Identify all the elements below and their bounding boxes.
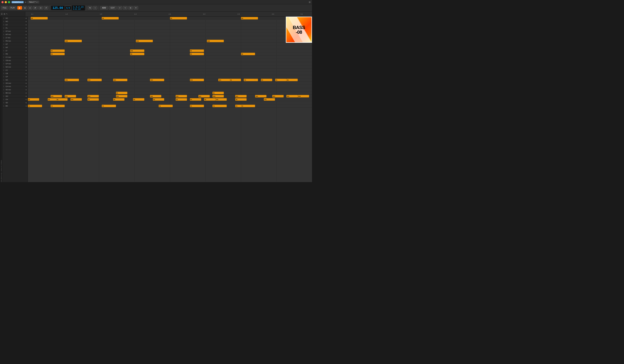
maximize-button[interactable] [8, 1, 10, 3]
clip-block[interactable]: G#2 [207, 40, 224, 42]
track-row[interactable]: 1SD◀ [2, 101, 28, 104]
active-tab[interactable]: New 2 * × [27, 1, 39, 3]
clip-block[interactable]: E1 [212, 92, 224, 94]
content-row-cb-acc[interactable] [28, 59, 312, 62]
list-icon[interactable]: ☰ [1, 13, 3, 15]
clip-block[interactable]: D#1 [235, 95, 247, 97]
clip-block[interactable]: C1 [159, 105, 173, 107]
content-row-lt[interactable]: F2 F#2 F2 [28, 49, 312, 52]
clip-block[interactable]: G1 [275, 79, 286, 81]
clip-block[interactable]: D1 [56, 98, 68, 101]
clip-block[interactable]: D1 [176, 98, 187, 101]
clip-block[interactable]: D#1 [212, 95, 224, 97]
track-row[interactable]: 1CP◀ [2, 75, 28, 78]
track-row[interactable]: 1CB Acc◀ [2, 59, 28, 62]
content-row-mt-acc[interactable] [28, 33, 312, 36]
clip-block[interactable]: E2 [190, 53, 204, 55]
redo-button[interactable]: ↪ [123, 6, 128, 10]
content-row-rs[interactable]: E2 E2 E2 E2 [28, 52, 312, 56]
clip-block[interactable]: D1 [190, 98, 201, 101]
clip-block[interactable]: D#1 [150, 95, 161, 97]
content-row-oh-acc[interactable] [28, 82, 312, 85]
clip-block[interactable]: G#1 [190, 79, 204, 81]
clip-block[interactable]: G1 [286, 79, 298, 81]
clip-block[interactable]: D1 [87, 98, 99, 101]
content-row-cy[interactable] [28, 68, 312, 72]
content-row-oh[interactable]: D#1 D#1 D#1 D#1 D#1 D#1 D#1 D#1 D#1 D#1 … [28, 94, 312, 98]
timeline-ruler[interactable]: 1.1 1.2 1.3 1.4 2.1 2.2 2.3 2.4 3.1 [25, 12, 312, 16]
content-row-bd[interactable]: C1 C1 C1 C1 C1 C1 C1 C1 [28, 104, 312, 108]
cursor-icon[interactable]: ↖ [6, 13, 8, 15]
clip-block[interactable]: G#1 [113, 79, 127, 81]
clip-block[interactable]: G1 [261, 79, 272, 81]
clip-block[interactable]: D#1 [198, 95, 210, 97]
track-row[interactable]: 1CL◀ [2, 26, 28, 30]
track-row[interactable]: 1CH Acc◀ [2, 85, 28, 88]
loop-button[interactable]: ⇄ [33, 6, 38, 10]
content-row-cb[interactable] [28, 72, 312, 75]
clip-block[interactable]: D#1 [116, 95, 127, 97]
clip-block[interactable]: G#1 [65, 79, 79, 81]
add-button[interactable]: ADD [100, 6, 108, 10]
content-row-ht-acc[interactable] [28, 30, 312, 33]
play-label-button[interactable]: PLAY [9, 6, 17, 10]
file-button[interactable]: FILE [1, 6, 8, 10]
track-row[interactable]: 1CP Acc◀ [2, 62, 28, 65]
clip-block[interactable]: D3 [170, 17, 187, 20]
punch-button[interactable]: ⊡ [38, 6, 43, 10]
clip-block[interactable]: D3 [241, 17, 258, 20]
track-row[interactable]: 1HC◀ [2, 17, 28, 20]
track-row[interactable]: 1BD◀ [2, 104, 28, 108]
content-row-mt[interactable] [28, 46, 312, 49]
track-row[interactable]: 1OH◀ [2, 94, 28, 98]
track-row[interactable]: 1MA◀ [2, 78, 28, 82]
undo-button[interactable]: ↩ [117, 6, 122, 10]
track-row[interactable]: 1LT Acc◀ [2, 36, 28, 39]
track-row[interactable]: 1LC◀ [2, 23, 28, 26]
clip-block[interactable]: E2 [241, 53, 255, 55]
clip-block[interactable]: C1 [212, 105, 227, 107]
clip-block[interactable]: G#2 [136, 40, 153, 42]
clip-block[interactable]: C1 [28, 105, 42, 107]
clip-block[interactable]: F2 [190, 49, 204, 52]
track-row[interactable]: 1SD Acc◀ [2, 88, 28, 91]
clip-block[interactable]: C1 [241, 105, 255, 107]
track-row[interactable]: 1CY Acc◀ [2, 56, 28, 59]
clip-block[interactable]: D1 [153, 98, 164, 101]
clip-block[interactable]: G#1 [87, 79, 102, 81]
content-row-lt-acc[interactable] [28, 36, 312, 39]
track-row[interactable]: 1CB◀ [2, 72, 28, 75]
track-row[interactable]: 1LT◀ [2, 49, 28, 52]
content-row-cp[interactable] [28, 75, 312, 78]
track-row[interactable]: 1MC◀ [2, 20, 28, 23]
track-row[interactable]: 1OH Acc◀ [2, 82, 28, 85]
bar-beat-position[interactable]: 1.3.2.23 [73, 6, 84, 8]
clip-block[interactable]: C1 [190, 105, 204, 107]
stop-button[interactable]: ■ [23, 6, 27, 10]
track-row[interactable]: 1MT◀ [2, 46, 28, 49]
content-row-ma-acc[interactable] [28, 65, 312, 68]
transport-arrows[interactable]: ⇆ [88, 6, 92, 10]
clip-block[interactable]: E1 [116, 92, 127, 94]
track-row[interactable]: 1MA Acc◀ [2, 65, 28, 68]
cycle-button[interactable]: ↺ [44, 6, 49, 10]
clip-block[interactable]: D#1 [272, 95, 284, 97]
clip-block[interactable]: C1 [51, 105, 65, 107]
capture-button[interactable]: ≈ [93, 6, 97, 10]
clip-block[interactable]: F2 [51, 49, 65, 52]
track-row[interactable]: 1CY◀ [2, 68, 28, 72]
clip-block[interactable]: C#1 [215, 98, 227, 101]
clip-block[interactable]: D1 [133, 98, 144, 101]
clip-block[interactable]: C#1 [71, 98, 82, 101]
content-row-ma[interactable]: G#1 G#1 G#1 G#1 G#1 G#1 G#1 G1 G1 G1 G1 … [28, 78, 312, 82]
content-row-cy-acc[interactable] [28, 56, 312, 59]
clip-block[interactable]: D1 [28, 98, 39, 101]
track-row[interactable]: 1HT◀ [2, 43, 28, 46]
clip-block[interactable]: E2 [130, 53, 144, 55]
track-row[interactable]: 1MT Acc◀ [2, 33, 28, 36]
track-row[interactable]: 1HT Acc◀ [2, 30, 28, 33]
close-button[interactable] [1, 1, 4, 3]
clip-block[interactable]: D#1 [176, 95, 187, 97]
clip-block[interactable]: D#1 [298, 95, 309, 97]
minimize-button[interactable] [5, 1, 7, 3]
